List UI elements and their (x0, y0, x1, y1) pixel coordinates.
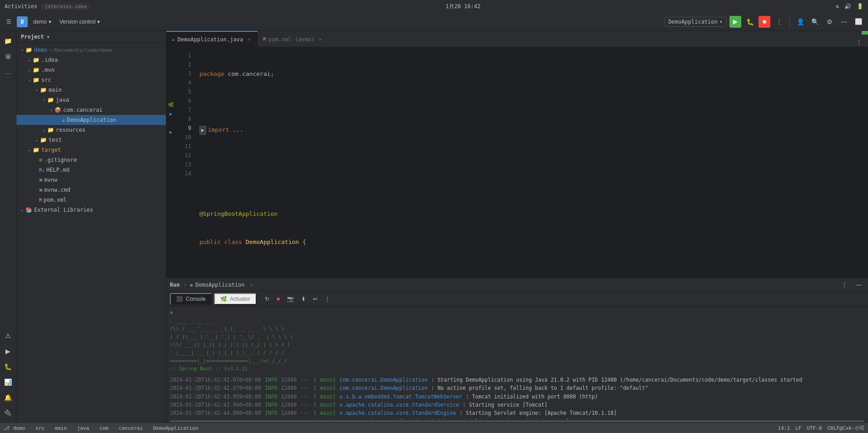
tree-item-src[interactable]: ▾ 📁 src (16, 75, 166, 85)
log-entry-1: 2024-01-20T16:42:42.078+08:00 INFO 12480… (170, 376, 864, 384)
tab-maven-icon: M (263, 37, 266, 42)
soft-wrap-btn[interactable]: ↩ (310, 294, 320, 304)
tree-item-demoapplication[interactable]: ☕ DemoApplication (16, 115, 166, 125)
tab-options-btn[interactable]: ⋮ (853, 38, 864, 47)
tree-item-idea[interactable]: ▸ 📁 .idea (16, 55, 166, 65)
run-tab-close[interactable]: ✕ (250, 282, 253, 288)
network-icon: ⇅ (836, 3, 839, 10)
tree-item-package[interactable]: ▾ 📦 com.cancerai (16, 105, 166, 115)
structure-btn[interactable]: … (2, 65, 15, 78)
tab-close-pomxml[interactable]: ✕ (317, 36, 323, 43)
tree-label-external-libs: External Libraries (34, 207, 93, 213)
tab-close-demoapplication[interactable]: ✕ (246, 36, 252, 43)
hamburger-menu[interactable]: ☰ (4, 17, 14, 26)
status-class[interactable]: DemoApplication (153, 425, 198, 431)
tree-item-mvn[interactable]: ▸ 📁 .mvn (16, 65, 166, 75)
tree-item-mvnw[interactable]: ≡ mvnw (16, 175, 166, 185)
console-tab[interactable]: ⬛ Console (170, 293, 212, 305)
run-minimize-btn[interactable]: — (853, 280, 864, 289)
tree-arrow-main: ▾ (34, 88, 40, 93)
system-bar: Activities jetbrains-idea 1月20 16:42 ⇅ 🔊… (0, 0, 868, 13)
tree-item-resources[interactable]: ▸ 📁 resources (16, 125, 166, 135)
maximize-btn[interactable]: ⬜ (853, 16, 864, 28)
encoding[interactable]: UTF-8 (807, 425, 822, 431)
line-sep[interactable]: LF (795, 425, 801, 431)
status-main[interactable]: main (55, 425, 67, 431)
code-editor[interactable]: 🌿 ▶ ▶ 1 2 3 4 5 6 7 8 9 10 11 (166, 47, 868, 278)
search-btn[interactable]: 🔍 (809, 16, 821, 28)
project-tree-btn[interactable]: 📁 (2, 35, 15, 47)
run-config-dropdown-icon: ▾ (719, 19, 723, 25)
console-output[interactable]: ▲ . ____ _ __ _ _ /\\ / ___'_ __ _ _(_)_… (166, 306, 868, 419)
line-num-10: 10 (175, 133, 191, 142)
status-project[interactable]: demo (13, 425, 25, 431)
project-name-btn[interactable]: demo ▾ (30, 17, 54, 26)
notifications-btn[interactable]: 🔔 (2, 391, 15, 404)
tree-item-java[interactable]: ▾ 📁 java (16, 95, 166, 105)
problems-btn[interactable]: ⚠ (2, 329, 15, 342)
profile-btn[interactable]: 👤 (794, 16, 806, 28)
debug-button[interactable]: 🐛 (744, 16, 756, 28)
line-num-11: 11 (175, 142, 191, 151)
gutter-line-4 (166, 82, 175, 91)
minimize-btn[interactable]: — (838, 16, 850, 28)
bottom-panel: Run › ▶ DemoApplication ✕ ⋮ — ⬛ Console (166, 278, 868, 423)
restart-btn[interactable]: ↻ (262, 294, 272, 304)
tree-item-demo[interactable]: ▾ 📁 demo ~/Documents/code/demo (16, 45, 166, 55)
scroll-up-icon[interactable]: ▲ (170, 308, 173, 316)
tree-item-test[interactable]: ▸ 📁 test (16, 135, 166, 145)
status-java[interactable]: java (77, 425, 89, 431)
tab-pomxml[interactable]: M pom.xml (demo) ✕ (258, 31, 329, 47)
tree-item-target[interactable]: ▸ 📁 target (16, 145, 166, 155)
log-entry-2: 2024-01-20T16:42:42.079+08:00 INFO 12480… (170, 384, 864, 392)
tree-item-pomxml[interactable]: M pom.xml (16, 195, 166, 205)
app-indicator: jetbrains-idea (41, 3, 90, 10)
script-icon-mvnw: ≡ (39, 177, 42, 183)
status-cancerai[interactable]: cancerai (119, 425, 143, 431)
tree-label-help: HELP.md (46, 167, 69, 173)
line-num-9: 9 (175, 124, 191, 133)
console-icon: ⬛ (176, 296, 183, 302)
stop-button[interactable]: ■ (759, 16, 770, 28)
sidebar-header: Project ▾ (16, 31, 166, 43)
profiler-btn[interactable]: 📊 (2, 376, 15, 388)
console-more-btn[interactable]: ⋮ (322, 294, 333, 304)
status-com[interactable]: com (99, 425, 109, 431)
plugins-btn[interactable]: 🔌 (2, 407, 15, 419)
status-bar-right: 14:1 LF UTF-8 CRLF@CxA·小写 (778, 425, 864, 432)
debugger-btn[interactable]: 🐛 (2, 360, 15, 373)
code-content[interactable]: package com.cancerai; ▶ import ... @Spri… (196, 47, 861, 278)
console-scrollbar[interactable] (166, 419, 868, 423)
stop-console-btn[interactable]: ■ (274, 294, 283, 304)
tree-item-main[interactable]: ▾ 📁 main (16, 85, 166, 95)
run-panel-btn[interactable]: ▶ (2, 345, 15, 358)
tab-demoapplication[interactable]: ☕ DemoApplication.java ✕ (166, 31, 258, 47)
ide-toolbar: ☰ D demo ▾ Version control ▾ DemoApplica… (0, 13, 868, 31)
settings-btn[interactable]: ⚙ (823, 16, 835, 28)
version-control-btn[interactable]: Version control ▾ (57, 17, 103, 26)
bookmarks-btn[interactable]: ⊞ (2, 50, 15, 63)
folder-icon-java: 📁 (47, 97, 54, 103)
tree-item-help[interactable]: M↓ HELP.md (16, 165, 166, 175)
sidebar-dropdown-icon: ▾ (47, 34, 50, 40)
activities-label[interactable]: Activities (5, 3, 37, 10)
package-icon: 📦 (55, 107, 61, 113)
screenshot-btn[interactable]: 📷 (284, 294, 297, 304)
scroll-end-btn[interactable]: ⬇ (298, 294, 308, 304)
actuator-tab[interactable]: 🌿 Actuator (214, 293, 257, 305)
import-collapse-btn[interactable]: ▶ (199, 126, 206, 135)
run-options-btn[interactable]: ⋮ (839, 280, 850, 289)
battery-icon: 🔋 (857, 3, 863, 10)
tree-item-gitignore[interactable]: ⊘ .gitignore (16, 155, 166, 165)
status-src[interactable]: src (35, 425, 45, 431)
tree-item-mvnwcmd[interactable]: ≡ mvnw.cmd (16, 185, 166, 195)
indent-info[interactable]: CRLF@CxA·小写 (827, 425, 864, 432)
editor-tab-bar: ☕ DemoApplication.java ✕ M pom.xml (demo… (166, 31, 868, 47)
run-button[interactable]: ▶ (729, 16, 741, 28)
tree-item-external-libs[interactable]: ▸ 📚 External Libraries (16, 205, 166, 215)
folder-icon-src: 📁 (33, 77, 40, 83)
code-line-2 (199, 98, 861, 107)
cursor-position[interactable]: 14:1 (778, 425, 790, 431)
folder-icon-target: 📁 (33, 147, 40, 153)
more-options-btn[interactable]: ⋮ (773, 16, 785, 28)
